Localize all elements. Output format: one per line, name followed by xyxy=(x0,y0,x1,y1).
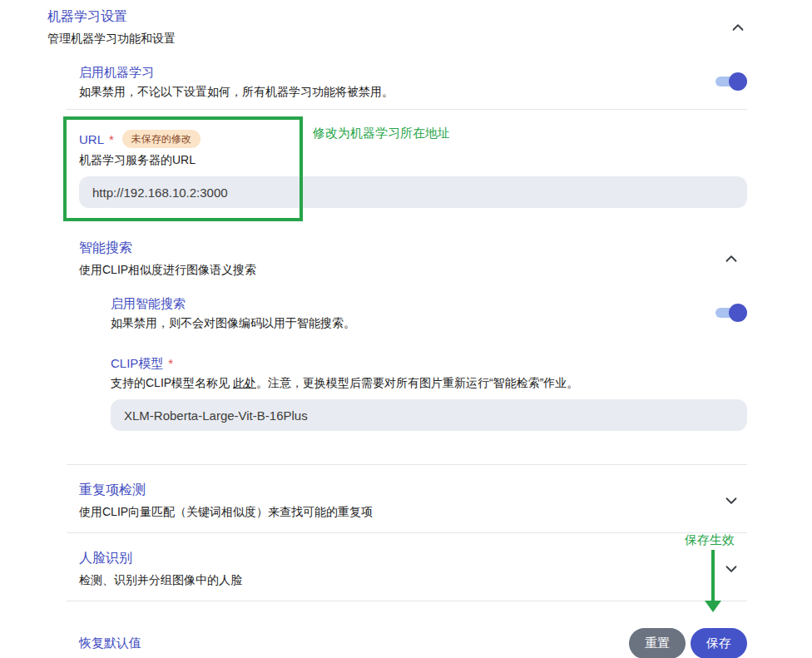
ml-settings-section: 机器学习设置 管理机器学习功能和设置 启用机器学习 如果禁用，不论以下设置如何，… xyxy=(47,8,747,658)
face-recognition-row: 人脸识别 检测、识别并分组图像中的人脸 xyxy=(79,550,747,587)
enable-smart-search-label: 启用智能搜索 xyxy=(111,295,355,311)
smart-search-title: 智能搜索 xyxy=(79,240,256,256)
smart-search-header-text: 智能搜索 使用CLIP相似度进行图像语义搜索 xyxy=(79,240,256,277)
smart-search-section: 智能搜索 使用CLIP相似度进行图像语义搜索 启用智能搜索 如果禁用，则不会对图… xyxy=(79,240,747,431)
section-body: 启用机器学习 如果禁用，不论以下设置如何，所有机器学习功能将被禁用。 URL *… xyxy=(79,64,747,658)
chevron-down-icon[interactable] xyxy=(722,492,740,510)
restore-defaults-link[interactable]: 恢复默认值 xyxy=(79,636,141,651)
url-label: URL xyxy=(79,131,104,147)
smart-search-body: 启用智能搜索 如果禁用，则不会对图像编码以用于智能搜索。 CLIP模型 * xyxy=(111,295,747,431)
chevron-up-icon[interactable] xyxy=(729,18,747,37)
enable-ml-label: 启用机器学习 xyxy=(79,64,394,80)
page-title: 机器学习设置 xyxy=(47,8,176,25)
enable-smart-search-row: 启用智能搜索 如果禁用，则不会对图像编码以用于智能搜索。 xyxy=(111,295,747,330)
clip-description-prefix: 支持的CLIP模型名称见 xyxy=(111,376,233,389)
divider xyxy=(67,601,747,601)
here-link[interactable]: 此处 xyxy=(233,376,256,389)
face-recognition-subtitle: 检测、识别并分组图像中的人脸 xyxy=(79,572,242,587)
duplicate-detection-text: 重复项检测 使用CLIP向量匹配（关键词相似度）来查找可能的重复项 xyxy=(79,482,373,519)
section-header: 机器学习设置 管理机器学习功能和设置 xyxy=(47,8,747,46)
section-header-text: 机器学习设置 管理机器学习功能和设置 xyxy=(47,8,176,46)
chevron-down-icon[interactable] xyxy=(722,560,740,578)
required-asterisk: * xyxy=(109,132,114,146)
divider xyxy=(67,109,747,110)
enable-ml-toggle[interactable] xyxy=(715,72,747,91)
ml-settings-page: 机器学习设置 管理机器学习功能和设置 启用机器学习 如果禁用，不论以下设置如何，… xyxy=(0,0,812,658)
required-asterisk: * xyxy=(168,356,173,370)
enable-ml-text: 启用机器学习 如果禁用，不论以下设置如何，所有机器学习功能将被禁用。 xyxy=(79,64,394,99)
footer-actions: 恢复默认值 重置 保存 xyxy=(79,628,747,658)
smart-search-header: 智能搜索 使用CLIP相似度进行图像语义搜索 xyxy=(79,240,747,277)
duplicate-detection-row: 重复项检测 使用CLIP向量匹配（关键词相似度）来查找可能的重复项 xyxy=(79,482,747,519)
toggle-knob xyxy=(729,304,747,322)
save-button[interactable]: 保存 xyxy=(691,628,747,658)
unsaved-changes-badge: 未保存的修改 xyxy=(122,130,201,148)
url-label-row: URL * 未保存的修改 xyxy=(79,130,747,148)
clip-model-input[interactable] xyxy=(111,399,747,431)
page-subtitle: 管理机器学习功能和设置 xyxy=(47,31,176,46)
enable-smart-search-toggle[interactable] xyxy=(715,304,747,322)
reset-button[interactable]: 重置 xyxy=(629,628,686,658)
enable-ml-row: 启用机器学习 如果禁用，不论以下设置如何，所有机器学习功能将被禁用。 xyxy=(79,64,747,99)
duplicate-detection-subtitle: 使用CLIP向量匹配（关键词相似度）来查找可能的重复项 xyxy=(79,504,373,519)
chevron-up-icon[interactable] xyxy=(722,250,740,268)
clip-model-block: CLIP模型 * 支持的CLIP模型名称见 此处。注意，更换模型后需要对所有图片… xyxy=(111,355,747,431)
url-field-block: URL * 未保存的修改 机器学习服务器的URL xyxy=(79,130,747,208)
duplicate-detection-title: 重复项检测 xyxy=(79,482,373,498)
clip-model-description: 支持的CLIP模型名称见 此处。注意，更换模型后需要对所有图片重新运行“智能检索… xyxy=(111,375,747,390)
enable-smart-search-text: 启用智能搜索 如果禁用，则不会对图像编码以用于智能搜索。 xyxy=(111,295,355,330)
toggle-knob xyxy=(729,72,747,91)
button-group: 重置 保存 xyxy=(629,628,747,658)
face-recognition-title: 人脸识别 xyxy=(79,550,242,566)
enable-smart-search-description: 如果禁用，则不会对图像编码以用于智能搜索。 xyxy=(111,315,355,330)
divider xyxy=(67,532,747,533)
url-input[interactable] xyxy=(79,176,747,208)
clip-model-label-row: CLIP模型 * xyxy=(111,355,747,371)
clip-description-suffix: 。注意，更换模型后需要对所有图片重新运行“智能检索”作业。 xyxy=(256,376,578,389)
divider xyxy=(67,464,747,465)
url-description: 机器学习服务器的URL xyxy=(79,152,747,167)
clip-model-label: CLIP模型 xyxy=(111,355,163,371)
smart-search-subtitle: 使用CLIP相似度进行图像语义搜索 xyxy=(79,262,256,277)
face-recognition-text: 人脸识别 检测、识别并分组图像中的人脸 xyxy=(79,550,242,587)
enable-ml-description: 如果禁用，不论以下设置如何，所有机器学习功能将被禁用。 xyxy=(79,84,394,99)
